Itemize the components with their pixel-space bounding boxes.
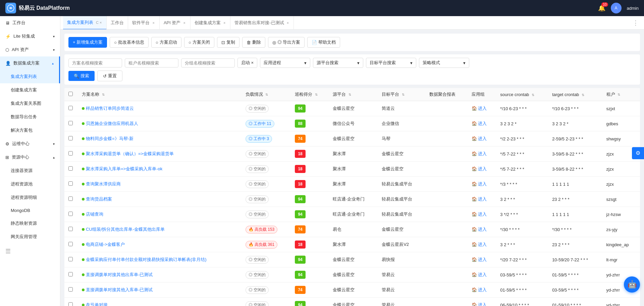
enter-btn[interactable]: 🏠 进入	[472, 287, 487, 293]
enter-btn[interactable]: 🏠 进入	[472, 272, 487, 278]
tab-workbench[interactable]: 工作台	[107, 16, 128, 30]
row-checkbox[interactable]	[68, 181, 73, 186]
tab-close-api-assets[interactable]: ×	[182, 20, 186, 26]
enter-btn[interactable]: 🏠 进入	[472, 136, 487, 142]
sidebar-item-api[interactable]: ⬡ API 资产 ▾	[0, 43, 60, 56]
copy-button[interactable]: ⊡ 复制	[217, 37, 239, 48]
plan-name-link[interactable]: 聚水潭采购入库单=>金蝶采购入库单-ok	[86, 166, 162, 171]
sidebar-item-resource[interactable]: ⊞ 资源中心 ▴	[0, 150, 60, 164]
enter-btn[interactable]: 🏠 进入	[472, 151, 487, 157]
sidebar-item-integration-list[interactable]: 集成方案列表	[0, 70, 60, 83]
tab-integration-list[interactable]: 集成方案列表 C ×	[63, 16, 107, 30]
plan-name-link[interactable]: 盘亏单对接	[86, 302, 108, 306]
table-scroll-wrap[interactable]: 方案名称 ⇅ 负载情况 ⇅ 巡检得分 ⇅ 源平台 ⇅ 目标平台 ⇅	[64, 88, 640, 306]
row-checkbox[interactable]	[68, 287, 73, 292]
tab-close-manage-sales[interactable]: ×	[286, 20, 289, 26]
sidebar-item-lite[interactable]: ⚡ Lite 轻集成 ▾	[0, 30, 60, 43]
help-button[interactable]: 📄 帮助文档	[307, 37, 340, 48]
tab-close-create-integration[interactable]: ×	[223, 20, 226, 26]
row-checkbox[interactable]	[68, 302, 73, 306]
delete-button[interactable]: 🗑 删除	[242, 37, 265, 48]
sidebar-item-create-integration[interactable]: 创建集成方案	[0, 83, 60, 97]
tab-api-assets[interactable]: API 资产 ×	[160, 16, 191, 30]
enter-btn[interactable]: 🏠 进入	[472, 121, 487, 127]
enter-btn[interactable]: 🏠 进入	[472, 211, 487, 217]
plan-name-link[interactable]: 聚水潭采购退货单（确认）=>金蝶采购退货单	[86, 151, 174, 156]
sidebar-item-process-detail[interactable]: 进程资源明细	[0, 191, 60, 204]
row-checkbox[interactable]	[68, 272, 73, 276]
sidebar-item-solution-package[interactable]: 解决方案包	[0, 124, 60, 137]
enter-btn[interactable]: 🏠 进入	[472, 166, 487, 172]
plan-name-link[interactable]: 查询货品档案	[86, 196, 112, 202]
reset-button[interactable]: ↺ 重置	[97, 71, 122, 81]
tab-software-platform[interactable]: 软件平台 ×	[128, 16, 159, 30]
row-checkbox[interactable]	[68, 257, 73, 261]
row-checkbox[interactable]	[68, 227, 73, 231]
th-load[interactable]: 负载情况 ⇅	[241, 88, 291, 101]
status-filter-tag[interactable]: 启动 ×	[237, 58, 257, 68]
row-checkbox[interactable]	[68, 242, 73, 246]
plan-name-link[interactable]: 查询聚水潭供应商	[86, 181, 121, 186]
row-checkbox[interactable]	[68, 121, 73, 125]
enter-btn[interactable]: 🏠 进入	[472, 105, 487, 112]
sidebar-item-connector[interactable]: 连接器资源	[0, 164, 60, 177]
user-name[interactable]: admin	[627, 6, 639, 11]
th-source-crontab[interactable]: source crontab ⇅	[496, 88, 548, 101]
settings-fab[interactable]: ⚙	[632, 147, 644, 159]
sidebar-item-gateway-app[interactable]: 网关应用管理	[0, 230, 60, 244]
th-source[interactable]: 源平台 ⇅	[329, 88, 378, 101]
plan-name-link[interactable]: 直接调拨单对接其他出库单-已测试	[86, 272, 153, 277]
app-process-filter[interactable]: 应用进程 ▾	[260, 58, 310, 68]
search-button[interactable]: 🔍 搜索	[68, 71, 95, 81]
plan-name-link[interactable]: 直接调拨单对接其他入库单-已测试	[86, 287, 153, 292]
plan-name-link[interactable]: 贝恩施企业微信应用机器人	[86, 121, 138, 126]
row-checkbox[interactable]	[68, 212, 73, 216]
tab-manage-sales[interactable]: 管易销售出库对接-已测试 ×	[230, 16, 294, 30]
sidebar-collapse-btn[interactable]: ☰	[0, 244, 60, 259]
plan-name-link[interactable]: 店铺查询	[86, 212, 103, 217]
enter-btn[interactable]: 🏠 进入	[472, 226, 487, 232]
add-integration-button[interactable]: + 新增集成方案	[68, 37, 107, 48]
row-checkbox[interactable]	[68, 166, 73, 171]
tab-more-icon[interactable]: ⋮	[630, 19, 641, 27]
sidebar-item-workbench[interactable]: 🖥 工作台	[0, 16, 60, 30]
th-plan-name[interactable]: 方案名称 ⇅	[78, 88, 241, 101]
sidebar-item-ops[interactable]: ⚙ 运维中心 ▾	[0, 137, 60, 150]
export-button[interactable]: ◎ ◎ 导出方案	[268, 37, 305, 48]
tab-close-integration-list[interactable]: C ×	[95, 20, 102, 25]
strategy-filter[interactable]: 策略模式 ▾	[419, 58, 469, 68]
plan-name-link[interactable]: CU组装/拆分其他出库单-金蝶其他出库单	[86, 227, 165, 232]
enter-btn[interactable]: 🏠 进入	[472, 242, 487, 248]
start-button[interactable]: ○ 方案启动	[151, 37, 181, 48]
th-score[interactable]: 巡检得分 ⇅	[291, 88, 329, 101]
tab-close-software-platform[interactable]: ×	[152, 20, 155, 26]
sidebar-item-process-pool[interactable]: 进程资源池	[0, 177, 60, 191]
plan-name-link[interactable]: 样品销售订单同步简道云	[86, 106, 134, 111]
select-all-checkbox[interactable]	[68, 92, 73, 96]
th-tenant[interactable]: 租户 ⇅	[602, 88, 640, 101]
batch-info-button[interactable]: ○ 批改基本信息	[110, 37, 149, 48]
target-platform-filter[interactable]: 目标平台搜索 ▾	[366, 58, 416, 68]
enter-btn[interactable]: 🏠 进入	[472, 196, 487, 202]
group-name-search[interactable]	[181, 58, 235, 68]
source-platform-filter[interactable]: 源平台搜索 ▾	[313, 58, 363, 68]
th-target-crontab[interactable]: target crontab ⇅	[548, 88, 602, 101]
plan-name-link[interactable]: 电商店铺->金蝶客户	[86, 242, 125, 247]
plan-name-link[interactable]: 物料同步金蝶=》马帮-新	[86, 136, 133, 141]
notification-button[interactable]: 🔔 10	[598, 4, 605, 12]
row-checkbox[interactable]	[68, 136, 73, 140]
sidebar-item-integration-relation[interactable]: 集成方案关系图	[0, 97, 60, 110]
sidebar-item-data-integration[interactable]: 👤 数据集成方案 ▴	[0, 56, 60, 70]
robot-assistant-btn[interactable]: 🤖	[624, 276, 640, 293]
tenant-name-search[interactable]	[125, 58, 178, 68]
row-checkbox[interactable]	[68, 151, 73, 156]
close-button[interactable]: ○ 方案关闭	[184, 37, 214, 48]
sidebar-item-data-export[interactable]: 数据导出任务	[0, 110, 60, 124]
enter-btn[interactable]: 🏠 进入	[472, 181, 487, 187]
sidebar-item-mongodb[interactable]: MongoDB	[0, 204, 60, 217]
th-target[interactable]: 目标平台 ⇅	[378, 88, 425, 101]
row-checkbox[interactable]	[68, 106, 73, 110]
plan-name-link[interactable]: 金蝶采购应付单付单付款全额对接易快报采购订单帐表(非月结)	[86, 257, 207, 262]
row-checkbox[interactable]	[68, 196, 73, 201]
plan-name-search[interactable]	[68, 58, 122, 68]
